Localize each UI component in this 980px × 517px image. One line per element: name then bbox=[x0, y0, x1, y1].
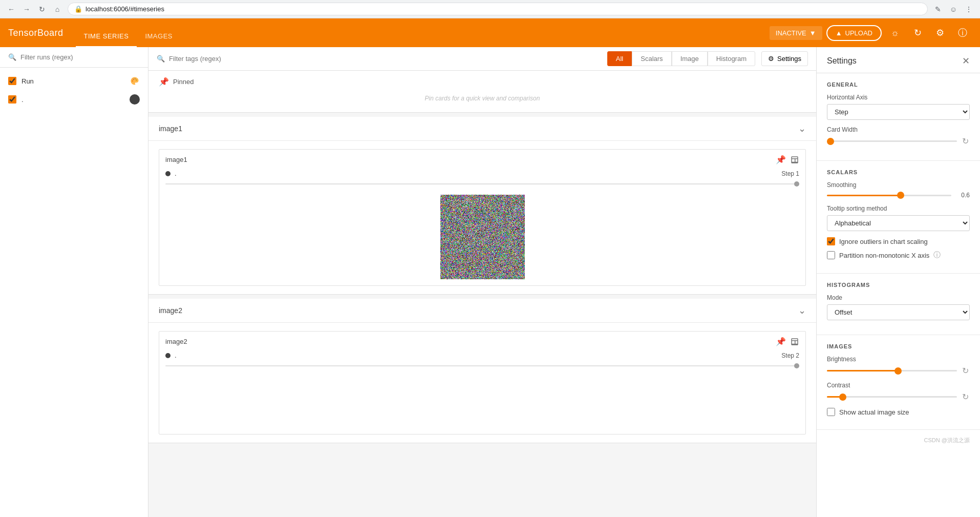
pinned-empty-text: Pin cards for a quick view and compariso… bbox=[159, 91, 806, 106]
home-button[interactable]: ⌂ bbox=[52, 4, 62, 14]
run-name-image1: . bbox=[175, 170, 177, 177]
tag-section-image1: image1 ⌄ image1 📌 bbox=[148, 117, 816, 295]
pinned-header: 📌 Pinned bbox=[159, 77, 806, 87]
topbar: TensorBoard TIME SERIES IMAGES INACTIVE … bbox=[0, 18, 980, 47]
slider-track-image1 bbox=[165, 183, 799, 184]
card-actions-image1: 📌 bbox=[776, 155, 799, 164]
smoothing-slider[interactable] bbox=[827, 195, 951, 196]
filter-tags-search[interactable]: 🔍 bbox=[157, 55, 601, 63]
card-image-area-image1 bbox=[159, 191, 805, 285]
settings-icon-button[interactable]: ⚙ bbox=[931, 24, 949, 42]
app-body: 🔍 Run . bbox=[0, 47, 980, 517]
image1-canvas bbox=[440, 195, 525, 279]
card-title-image1: image1 bbox=[165, 156, 187, 163]
sidebar-search-bar[interactable]: 🔍 bbox=[0, 47, 148, 68]
list-item: Run bbox=[0, 72, 148, 90]
run-checkbox[interactable] bbox=[8, 77, 16, 85]
contrast-reset-button[interactable]: ↻ bbox=[961, 392, 970, 402]
search-icon: 🔍 bbox=[8, 53, 16, 61]
settings-gear-icon: ⚙ bbox=[768, 55, 774, 63]
collapse-image2-icon[interactable]: ⌄ bbox=[798, 305, 806, 316]
filter-scalars-button[interactable]: Scalars bbox=[632, 51, 671, 66]
expand-card-button[interactable] bbox=[790, 155, 799, 164]
card-run-info-image1: . Step 1 bbox=[159, 170, 805, 181]
tooltip-sort-select[interactable]: Alphabetical Ascending Descending None bbox=[827, 215, 970, 231]
pin-card-button[interactable]: 📌 bbox=[776, 155, 786, 164]
profile-button[interactable]: ☺ bbox=[948, 4, 958, 14]
filter-image-button[interactable]: Image bbox=[672, 51, 708, 66]
run-color-palette[interactable] bbox=[130, 76, 140, 86]
mode-label: Mode bbox=[827, 294, 970, 301]
menu-button[interactable]: ⋮ bbox=[964, 4, 974, 14]
refresh-icon-button[interactable]: ↻ bbox=[908, 24, 927, 42]
brightness-reset-button[interactable]: ↻ bbox=[961, 366, 970, 376]
card-slider-image1[interactable] bbox=[159, 183, 805, 191]
settings-close-button[interactable]: ✕ bbox=[962, 55, 970, 67]
inactive-dropdown[interactable]: INACTIVE ▼ bbox=[770, 26, 822, 40]
nav-item-images[interactable]: IMAGES bbox=[137, 32, 181, 47]
content-scroll[interactable]: 📌 Pinned Pin cards for a quick view and … bbox=[148, 71, 816, 517]
run-list: Run . bbox=[0, 68, 148, 113]
expand-card2-button[interactable] bbox=[790, 337, 799, 346]
card-width-slider-row: ↻ bbox=[827, 136, 970, 146]
mode-select[interactable]: Offset Overlay bbox=[827, 304, 970, 320]
collapse-image1-icon[interactable]: ⌄ bbox=[798, 123, 806, 134]
card-width-reset-button[interactable]: ↻ bbox=[961, 136, 970, 146]
partition-nonmonotonic-row: Partition non-monotonic X axis ⓘ bbox=[827, 251, 970, 260]
show-actual-size-checkbox[interactable] bbox=[827, 408, 835, 416]
ignore-outliers-label: Ignore outliers in chart scaling bbox=[839, 238, 928, 245]
scalars-section-title: SCALARS bbox=[827, 169, 970, 175]
card-width-slider[interactable] bbox=[827, 140, 957, 142]
tooltip-sort-label: Tooltip sorting method bbox=[827, 205, 970, 212]
partition-nonmonotonic-checkbox[interactable] bbox=[827, 251, 835, 259]
card-image-area-image2 bbox=[159, 373, 805, 434]
filter-tags-input[interactable] bbox=[169, 55, 601, 63]
run-dot-image1 bbox=[165, 171, 171, 176]
filter-runs-input[interactable] bbox=[20, 53, 140, 61]
card-actions-image2: 📌 bbox=[776, 337, 799, 346]
reload-button[interactable]: ↻ bbox=[37, 4, 47, 14]
help-icon-button[interactable]: ⓘ bbox=[953, 24, 972, 42]
partition-info-icon[interactable]: ⓘ bbox=[933, 251, 941, 260]
dot-run-label: . bbox=[22, 96, 124, 104]
contrast-label: Contrast bbox=[827, 382, 970, 389]
nav-item-timeseries[interactable]: TIME SERIES bbox=[76, 32, 137, 47]
horizontal-axis-label: Horizontal Axis bbox=[827, 94, 970, 101]
histograms-section-title: HISTOGRAMS bbox=[827, 282, 970, 288]
filter-histogram-button[interactable]: Histogram bbox=[708, 51, 755, 66]
tag-section-header-image2: image2 ⌄ bbox=[148, 299, 816, 323]
slider-thumb-image2 bbox=[794, 363, 799, 368]
horizontal-axis-select[interactable]: Step Relative Wall bbox=[827, 104, 970, 120]
ignore-outliers-row: Ignore outliers in chart scaling bbox=[827, 237, 970, 245]
dot-run-checkbox[interactable] bbox=[8, 95, 16, 104]
pin-icon: 📌 bbox=[159, 77, 169, 87]
forward-button[interactable]: → bbox=[22, 4, 32, 14]
show-actual-size-row: Show actual image size bbox=[827, 408, 970, 416]
settings-header: Settings ✕ bbox=[817, 47, 980, 73]
brightness-icon-button[interactable]: ☼ bbox=[886, 24, 904, 42]
brightness-slider[interactable] bbox=[827, 370, 957, 371]
step-info-image2: Step 2 bbox=[781, 352, 799, 359]
attribution-area: CSDN @洪流之源 bbox=[817, 430, 980, 450]
tag-section-title-image1: image1 bbox=[159, 125, 182, 133]
card-slider-image2[interactable] bbox=[159, 365, 805, 373]
extensions-button[interactable]: ✎ bbox=[933, 4, 943, 14]
settings-title: Settings bbox=[827, 56, 857, 66]
card-header-image2: image2 📌 bbox=[159, 332, 805, 351]
pin-card2-button[interactable]: 📌 bbox=[776, 337, 786, 346]
pinned-label: Pinned bbox=[173, 78, 194, 86]
brightness-label: Brightness bbox=[827, 356, 970, 363]
topbar-right: INACTIVE ▼ ▲ UPLOAD ☼ ↻ ⚙ ⓘ bbox=[770, 24, 972, 42]
dot-run-color bbox=[130, 94, 140, 105]
list-item: . bbox=[0, 90, 148, 109]
image1-card: image1 📌 . Step 1 bbox=[159, 149, 806, 286]
contrast-slider[interactable] bbox=[827, 396, 957, 398]
filter-all-button[interactable]: All bbox=[607, 51, 632, 66]
ignore-outliers-checkbox[interactable] bbox=[827, 237, 835, 245]
upload-button[interactable]: ▲ UPLOAD bbox=[826, 25, 882, 41]
back-button[interactable]: ← bbox=[6, 4, 16, 14]
tag-section-title-image2: image2 bbox=[159, 306, 182, 315]
url-bar[interactable]: 🔒 localhost:6006/#timeseries bbox=[68, 3, 928, 15]
settings-button[interactable]: ⚙ Settings bbox=[761, 51, 808, 66]
run-name-image2: . bbox=[175, 351, 177, 359]
